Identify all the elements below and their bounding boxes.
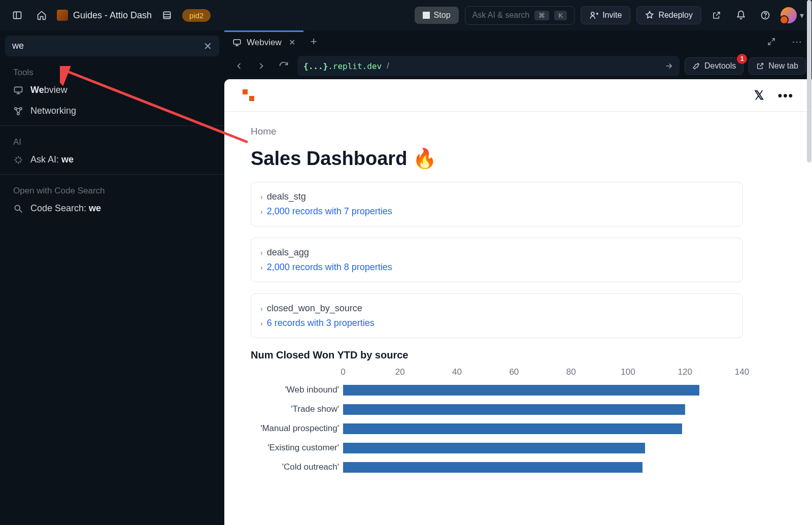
bar-label: 'Existing customer' xyxy=(255,443,343,453)
tabbar: Webview ✕ + ⋯ xyxy=(224,30,812,53)
topbar: Guides - Attio Dash pid2 Stop Ask AI & s… xyxy=(0,0,812,30)
forward-button[interactable] xyxy=(253,57,270,75)
card-closed-won[interactable]: ›closed_won_by_source ›6 records with 3 … xyxy=(251,293,743,338)
more-dots-icon[interactable]: ••• xyxy=(778,88,794,103)
url-input[interactable]: {...}.replit.dev / xyxy=(297,56,680,76)
logo-icon[interactable] xyxy=(243,89,255,102)
bar-row: 'Cold outreach' xyxy=(255,457,742,477)
bar-fill xyxy=(343,404,685,415)
more-icon[interactable]: ⋯ xyxy=(788,32,806,51)
bar-label: 'Manual prospecting' xyxy=(255,423,343,434)
devtools-button[interactable]: Devtools 1 xyxy=(685,57,743,75)
new-tab-button[interactable]: New tab xyxy=(749,57,806,75)
project-title[interactable]: Guides - Attio Dash xyxy=(57,10,152,21)
open-external-icon[interactable] xyxy=(707,6,726,24)
sparkle-icon xyxy=(13,155,23,165)
bar-label: 'Cold outreach' xyxy=(255,462,343,472)
stop-button[interactable]: Stop xyxy=(415,7,459,24)
sidebar-item-webview[interactable]: Webview xyxy=(0,80,224,101)
search-input[interactable] xyxy=(12,41,198,51)
page-header: 𝕏 ••• xyxy=(224,79,812,112)
bar-chart: 020406080100120140 'Web inbound''Trade s… xyxy=(255,367,742,477)
expand-icon[interactable] xyxy=(762,32,781,51)
panel-toggle-icon[interactable] xyxy=(8,6,26,24)
ai-search-button[interactable]: Ask AI & search ⌘ K xyxy=(465,6,575,25)
network-icon xyxy=(13,106,23,116)
clear-search-icon[interactable]: ✕ xyxy=(204,41,212,51)
bar-fill xyxy=(343,385,699,396)
svg-line-18 xyxy=(20,210,22,212)
wrench-icon xyxy=(692,62,700,70)
bar-fill xyxy=(343,443,645,453)
avatar[interactable] xyxy=(781,7,797,23)
page-title: Sales Dashboard 🔥 xyxy=(251,147,786,170)
home-icon[interactable] xyxy=(32,6,51,24)
x-icon[interactable]: 𝕏 xyxy=(754,88,764,103)
urlbar: {...}.replit.dev / Devtools 1 New tab xyxy=(224,53,812,79)
bar-row: 'Existing customer' xyxy=(255,438,742,457)
breadcrumb[interactable]: Home xyxy=(251,126,786,137)
devtools-badge: 1 xyxy=(737,54,747,64)
help-icon[interactable] xyxy=(756,6,774,24)
section-code-search: Open with Code Search xyxy=(0,179,224,198)
svg-point-10 xyxy=(765,17,766,18)
sidebar-item-code-search[interactable]: Code Search: we xyxy=(0,198,224,219)
chevron-right-icon: › xyxy=(260,305,263,313)
bar-fill xyxy=(343,423,682,434)
pid-badge[interactable]: pid2 xyxy=(182,9,211,22)
svg-rect-11 xyxy=(15,87,22,92)
card-deals-agg[interactable]: ›deals_agg ›2,000 records with 8 propert… xyxy=(251,238,743,282)
svg-rect-19 xyxy=(233,40,241,44)
tab-webview[interactable]: Webview ✕ xyxy=(224,30,303,53)
section-tools: Tools xyxy=(0,60,224,80)
bar-row: 'Manual prospecting' xyxy=(255,419,742,438)
card-deals-stg[interactable]: ›deals_stg ›2,000 records with 7 propert… xyxy=(251,182,743,226)
close-tab-icon[interactable]: ✕ xyxy=(289,38,295,47)
bar-row: 'Trade show' xyxy=(255,400,742,419)
svg-point-17 xyxy=(15,205,20,210)
redeploy-button[interactable]: Redeploy xyxy=(636,6,701,24)
add-tab-button[interactable]: + xyxy=(303,35,324,48)
bar-fill xyxy=(343,462,642,473)
bar-label: 'Web inbound' xyxy=(255,385,343,395)
search-box[interactable]: ✕ xyxy=(5,36,219,56)
webview: 𝕏 ••• Home Sales Dashboard 🔥 ›deals_stg … xyxy=(224,79,812,525)
sidebar-item-networking[interactable]: Networking xyxy=(0,101,224,121)
chevron-down-icon[interactable]: ▾ xyxy=(800,11,804,20)
section-ai: AI xyxy=(0,130,224,149)
chevron-right-icon: › xyxy=(260,193,263,201)
svg-rect-0 xyxy=(14,12,21,18)
external-link-icon xyxy=(756,62,764,70)
chevron-right-icon: › xyxy=(260,249,263,257)
bar-row: 'Web inbound' xyxy=(255,380,742,400)
back-button[interactable] xyxy=(230,57,248,75)
reload-button[interactable] xyxy=(275,57,292,75)
sidebar: ✕ Tools Webview Networking AI Ask AI: we… xyxy=(0,30,224,525)
kbd-k: K xyxy=(554,11,567,20)
sidebar-item-ask-ai[interactable]: Ask AI: we xyxy=(0,149,224,170)
monitor-icon xyxy=(13,85,23,95)
database-icon[interactable] xyxy=(158,6,176,24)
briefcase-icon xyxy=(57,10,68,21)
bar-label: 'Trade show' xyxy=(255,404,343,414)
bell-icon[interactable] xyxy=(732,6,750,24)
search-icon xyxy=(13,204,23,214)
chart-title: Num Closed Won YTD by source xyxy=(251,349,786,361)
kbd-cmd: ⌘ xyxy=(534,11,549,20)
svg-point-6 xyxy=(591,12,594,15)
svg-rect-5 xyxy=(423,12,430,19)
go-icon[interactable] xyxy=(664,61,673,71)
invite-button[interactable]: Invite xyxy=(581,6,630,24)
svg-rect-2 xyxy=(163,12,170,18)
monitor-icon xyxy=(232,38,242,47)
